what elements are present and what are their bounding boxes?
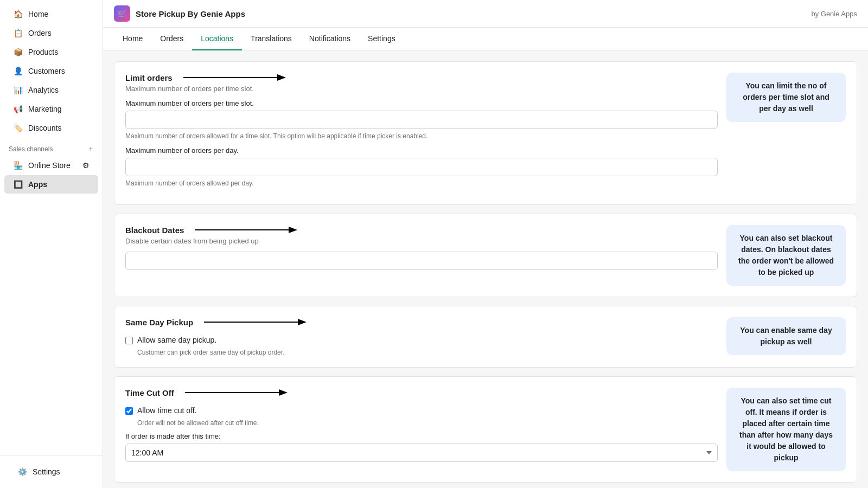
time-cut-off-checkbox-label[interactable]: Allow time cut off.	[137, 406, 196, 415]
if-order-label: If order is made after this time:	[125, 432, 718, 440]
time-cut-off-tooltip: You can also set time cut off. It means …	[726, 388, 846, 471]
time-select[interactable]: 12:00 AM 1:00 AM 2:00 AM 3:00 AM 6:00 AM…	[125, 444, 718, 462]
customers-icon: 👤	[13, 66, 23, 76]
online-store-label: Online Store	[28, 161, 71, 170]
tab-nav: HomeOrdersLocationsTranslationsNotificat…	[103, 28, 868, 50]
same-day-title: Same Day Pickup	[125, 318, 193, 327]
sidebar-item-marketing[interactable]: 📢 Marketing	[4, 100, 98, 118]
add-sales-channel-btn[interactable]: ＋	[87, 144, 94, 153]
time-cut-off-title: Time Cut Off	[125, 388, 174, 397]
sidebar-item-customers[interactable]: 👤 Customers	[4, 62, 98, 80]
sidebar-item-settings[interactable]: ⚙️ Settings	[9, 463, 94, 481]
sidebar-label-analytics: Analytics	[28, 86, 59, 94]
blackout-dates-tooltip: You can also set blackout dates. On blac…	[726, 225, 846, 286]
sidebar-item-home[interactable]: 🏠 Home	[4, 5, 98, 23]
app-title: Store Pickup By Genie Apps	[136, 9, 245, 18]
sidebar-item-analytics[interactable]: 📊 Analytics	[4, 81, 98, 99]
time-cut-off-content: Time Cut Off Allow time cut off. Order w…	[125, 388, 718, 462]
limit-orders-subtitle: Maximum number of orders per time slot.	[125, 85, 718, 93]
sales-channels-title: Sales channels ＋	[0, 138, 103, 156]
same-day-help: Customer can pick order same day of pick…	[137, 349, 718, 356]
home-icon: 🏠	[13, 9, 23, 19]
page-content: Limit orders Maximum number of orders pe…	[103, 50, 868, 488]
blackout-dates-title: Blackout Dates	[125, 226, 184, 235]
sidebar-label-orders: Orders	[28, 29, 52, 37]
same-day-checkbox[interactable]	[125, 337, 133, 344]
tab-translations[interactable]: Translations	[242, 28, 301, 50]
per-day-input[interactable]	[125, 158, 718, 176]
topbar-left: 🛒 Store Pickup By Genie Apps	[114, 5, 245, 22]
apps-icon: 🔲	[13, 179, 23, 189]
sidebar-label-marketing: Marketing	[28, 105, 61, 113]
limit-orders-card: Limit orders Maximum number of orders pe…	[114, 61, 857, 205]
sidebar-label-products: Products	[28, 48, 58, 56]
limit-orders-content: Limit orders Maximum number of orders pe…	[125, 73, 718, 194]
blackout-dates-subtitle: Disable certain dates from being picked …	[125, 237, 718, 245]
time-cut-off-arrow	[185, 388, 293, 397]
products-icon: 📦	[13, 47, 23, 57]
same-day-arrow	[204, 317, 312, 327]
blackout-dates-content: Blackout Dates Disable certain dates fro…	[125, 225, 718, 273]
sidebar-label-apps: Apps	[28, 180, 47, 189]
sidebar-item-orders[interactable]: 📋 Orders	[4, 24, 98, 42]
discounts-icon: 🏷️	[13, 123, 23, 133]
sidebar-footer: ⚙️ Settings	[0, 455, 103, 488]
sidebar-label-customers: Customers	[28, 67, 65, 75]
per-day-label: Maximum number of orders per day.	[125, 146, 718, 155]
per-slot-help: Maximum number of orders allowed for a t…	[125, 132, 718, 140]
topbar-by: by Genie Apps	[811, 10, 857, 18]
tab-locations[interactable]: Locations	[192, 28, 242, 50]
per-slot-input[interactable]	[125, 111, 718, 129]
tab-notifications[interactable]: Notifications	[301, 28, 359, 50]
sidebar-item-products[interactable]: 📦 Products	[4, 43, 98, 61]
sales-channels-label: Sales channels	[9, 145, 53, 153]
blackout-arrow	[195, 225, 303, 235]
time-cut-off-help: Order will not be allowed after cut off …	[137, 419, 718, 427]
marketing-icon: 📢	[13, 104, 23, 114]
blackout-dates-input[interactable]	[125, 252, 718, 270]
tab-home[interactable]: Home	[114, 28, 151, 50]
per-day-help: Maximum number of orders allowed per day…	[125, 179, 718, 187]
same-day-checkbox-label[interactable]: Allow same day pickup.	[137, 336, 216, 344]
limit-orders-arrow	[183, 73, 292, 82]
sidebar-item-online-store[interactable]: 🏪 Online Store ⚙	[4, 156, 98, 175]
app-icon: 🛒	[114, 5, 130, 22]
analytics-icon: 📊	[13, 85, 23, 95]
same-day-tooltip: You can enable same day pickup as well	[726, 317, 846, 355]
limit-orders-title: Limit orders	[125, 73, 173, 82]
sidebar-item-discounts[interactable]: 🏷️ Discounts	[4, 119, 98, 137]
per-slot-label: Maximum number of orders per time slot.	[125, 99, 718, 107]
tab-orders[interactable]: Orders	[151, 28, 192, 50]
limit-orders-tooltip: You can limit the no of orders per time …	[726, 73, 846, 122]
settings-label: Settings	[33, 467, 60, 476]
tab-settings[interactable]: Settings	[359, 28, 404, 50]
settings-icon: ⚙️	[17, 467, 27, 477]
sidebar-label-discounts: Discounts	[28, 124, 61, 132]
same-day-checkbox-row: Allow same day pickup.	[125, 336, 718, 344]
sidebar-item-apps[interactable]: 🔲 Apps	[4, 175, 98, 194]
sidebar-label-home: Home	[28, 10, 48, 18]
time-cut-off-checkbox-row: Allow time cut off.	[125, 406, 718, 415]
sidebar-nav: 🏠 Home 📋 Orders 📦 Products 👤 Customers 📊…	[0, 0, 103, 455]
same-day-pickup-card: Same Day Pickup Allow same day pickup. C…	[114, 306, 857, 368]
time-cut-off-card: Time Cut Off Allow time cut off. Order w…	[114, 376, 857, 483]
time-cut-off-checkbox[interactable]	[125, 407, 133, 415]
same-day-content: Same Day Pickup Allow same day pickup. C…	[125, 317, 718, 356]
topbar: 🛒 Store Pickup By Genie Apps by Genie Ap…	[103, 0, 868, 28]
sidebar: 🏠 Home 📋 Orders 📦 Products 👤 Customers 📊…	[0, 0, 103, 488]
online-store-settings-btn[interactable]: ⚙	[82, 161, 90, 170]
blackout-dates-card: Blackout Dates Disable certain dates fro…	[114, 214, 857, 297]
main-content: 🛒 Store Pickup By Genie Apps by Genie Ap…	[103, 0, 868, 488]
orders-icon: 📋	[13, 28, 23, 38]
online-store-icon: 🏪	[13, 160, 23, 170]
